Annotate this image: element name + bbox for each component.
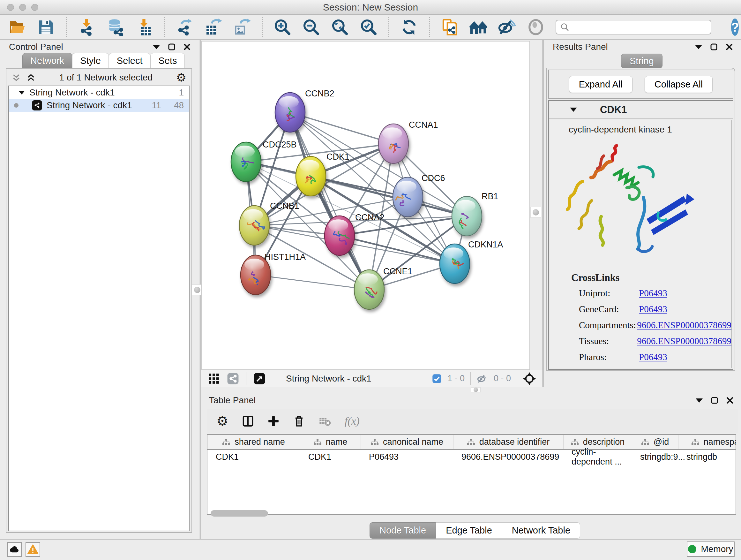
zoom-window-button[interactable]: [31, 4, 38, 11]
node-table[interactable]: shared namenamecanonical namedatabase id…: [207, 434, 736, 515]
network-node-ccne1[interactable]: CCNE1: [354, 266, 413, 309]
network-node-ccna1[interactable]: CCNA1: [379, 120, 438, 164]
gene-entry-header[interactable]: CDK1: [549, 101, 733, 119]
collapse-panel-icon[interactable]: [695, 45, 702, 49]
delete-column-icon[interactable]: [293, 415, 305, 427]
selected-checkbox-icon[interactable]: [432, 374, 442, 383]
right-splitter-handle[interactable]: [530, 207, 541, 218]
right-splitter[interactable]: [542, 40, 544, 387]
cloud-status-button[interactable]: [7, 542, 22, 557]
network-node-cdkn1a[interactable]: CDKN1A: [440, 240, 503, 284]
window-traffic-lights[interactable]: [7, 4, 38, 11]
crosslink-link[interactable]: P06493: [639, 304, 667, 314]
column-header-namespace[interactable]: namespace: [678, 435, 736, 449]
tab-edge-table[interactable]: Edge Table: [436, 522, 502, 539]
tab-string[interactable]: String: [621, 54, 663, 68]
fit-selected-target-icon[interactable]: [523, 372, 536, 385]
show-columns-icon[interactable]: [242, 415, 254, 427]
float-panel-icon[interactable]: [711, 397, 718, 404]
network-canvas[interactable]: CCNB2CCNA1CDC25BCDK1CDC6RB1CCNB1CCNA2CDK…: [201, 41, 530, 370]
tab-select[interactable]: Select: [109, 53, 151, 69]
network-edge[interactable]: [290, 112, 394, 144]
tab-style[interactable]: Style: [72, 53, 109, 69]
column-header-canonical-name[interactable]: canonical name: [360, 435, 453, 449]
zoom-selected-icon[interactable]: [360, 18, 378, 36]
network-node-hist1h1a[interactable]: HIST1H1A: [241, 252, 306, 295]
import-network-file-icon[interactable]: [77, 18, 95, 36]
table-cell[interactable]: P06493: [360, 449, 453, 464]
collapse-all-icon[interactable]: [11, 73, 21, 82]
network-graph[interactable]: CCNB2CCNA1CDC25BCDK1CDC6RB1CCNB1CCNA2CDK…: [202, 42, 529, 369]
table-cell[interactable]: CDK1: [207, 449, 300, 464]
export-image-icon[interactable]: [233, 18, 251, 36]
hide-unhide-icon[interactable]: [498, 18, 516, 36]
tab-sets[interactable]: Sets: [150, 53, 185, 69]
import-table-icon[interactable]: [135, 18, 153, 36]
export-network-icon[interactable]: [176, 18, 193, 36]
network-view-icon[interactable]: [227, 373, 239, 385]
birds-eye-view-icon[interactable]: [253, 373, 266, 385]
crosslink-link[interactable]: 9606.ENSP00000378699: [637, 320, 731, 330]
network-row[interactable]: String Network - cdk1 11 48: [9, 99, 189, 112]
collapse-all-button[interactable]: Collapse All: [645, 76, 713, 93]
help-button[interactable]: ?: [731, 18, 739, 36]
network-node-ccnb1[interactable]: CCNB1: [239, 201, 299, 245]
close-panel-icon[interactable]: [184, 44, 191, 51]
export-table-icon[interactable]: [204, 18, 222, 36]
refresh-layout-icon[interactable]: [400, 18, 418, 36]
collapse-panel-icon[interactable]: [153, 45, 160, 49]
close-panel-icon[interactable]: [726, 44, 733, 51]
crosslink-link[interactable]: 9606.ENSP00000378699: [637, 336, 731, 347]
hidden-items-icon[interactable]: [476, 373, 488, 384]
minimize-window-button[interactable]: [19, 4, 26, 11]
toolbar-search[interactable]: [556, 20, 711, 35]
table-horizontal-scrollbar[interactable]: [211, 510, 268, 516]
table-row[interactable]: CDK1CDK1P064939606.ENSP00000378699cyclin…: [207, 449, 736, 464]
float-panel-icon[interactable]: [168, 44, 175, 51]
string-protein-query-icon[interactable]: [441, 18, 459, 36]
column-header-database-identifier[interactable]: database identifier: [453, 435, 563, 449]
memory-button[interactable]: Memory: [687, 542, 735, 557]
import-network-database-icon[interactable]: [106, 18, 124, 36]
warning-status-button[interactable]: [25, 542, 40, 557]
zoom-out-icon[interactable]: [302, 18, 320, 36]
tab-node-table[interactable]: Node Table: [369, 522, 436, 539]
network-node-rb1[interactable]: RB1: [452, 192, 498, 236]
column-header-name[interactable]: name: [300, 435, 360, 449]
zoom-in-icon[interactable]: [273, 18, 291, 36]
network-options-gear-icon[interactable]: ⚙: [176, 72, 186, 83]
float-panel-icon[interactable]: [711, 44, 718, 51]
crosslink-link[interactable]: P06493: [639, 288, 667, 299]
expand-all-button[interactable]: Expand All: [569, 76, 632, 93]
expand-all-icon[interactable]: [26, 73, 36, 82]
horizontal-splitter-handle[interactable]: [471, 387, 481, 392]
tab-network-table[interactable]: Network Table: [502, 522, 580, 539]
homes-icon[interactable]: [469, 18, 487, 36]
table-cell[interactable]: stringdb:9...: [632, 449, 678, 464]
table-cell[interactable]: stringdb: [678, 449, 736, 464]
column-header-shared-name[interactable]: shared name: [207, 435, 300, 449]
tab-network[interactable]: Network: [22, 53, 72, 69]
close-panel-icon[interactable]: [726, 397, 733, 404]
network-edge[interactable]: [256, 275, 369, 290]
collapse-panel-icon[interactable]: [696, 398, 703, 402]
close-window-button[interactable]: [7, 4, 14, 11]
network-collection-row[interactable]: String Network - cdk1 1: [9, 86, 189, 99]
crosslink-link[interactable]: P06493: [639, 352, 667, 362]
network-edge[interactable]: [290, 112, 369, 290]
open-session-icon[interactable]: [8, 18, 26, 36]
table-cell[interactable]: 9606.ENSP00000378699: [453, 449, 563, 464]
network-node-cdc6[interactable]: CDC6: [393, 173, 445, 217]
save-session-icon[interactable]: [37, 18, 55, 36]
create-column-icon[interactable]: [267, 415, 280, 427]
table-cell[interactable]: CDK1: [300, 449, 360, 464]
column-header--id[interactable]: @id: [632, 435, 678, 449]
zoom-fit-icon[interactable]: [331, 18, 349, 36]
collapse-entry-icon[interactable]: [570, 108, 577, 112]
horizontal-splitter[interactable]: [201, 387, 741, 393]
table-cell[interactable]: cyclin-dependent ...: [563, 449, 632, 464]
left-splitter-handle[interactable]: [192, 285, 203, 295]
tree-expand-icon[interactable]: [18, 91, 25, 95]
grid-view-icon[interactable]: [208, 373, 220, 385]
search-input[interactable]: [573, 22, 707, 32]
